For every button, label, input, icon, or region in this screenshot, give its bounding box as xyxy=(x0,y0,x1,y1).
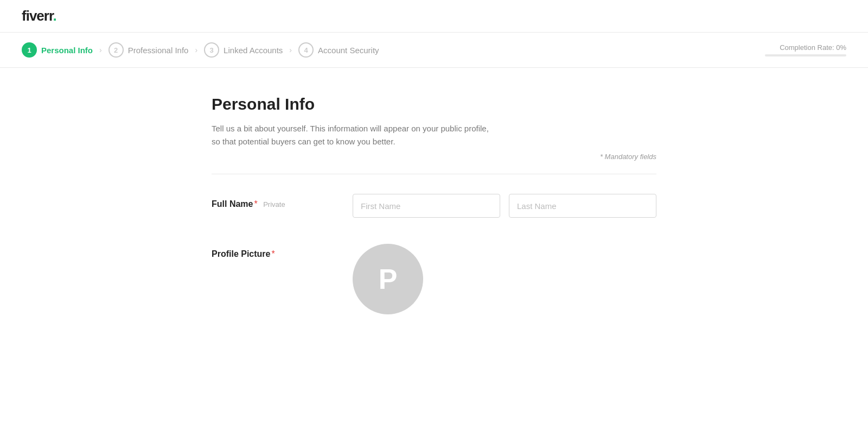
full-name-inputs xyxy=(353,194,656,218)
full-name-required-star: * xyxy=(254,199,257,208)
completion-bar-background xyxy=(765,54,846,56)
main-content: Personal Info Tell us a bit about yourse… xyxy=(190,68,678,368)
divider xyxy=(212,174,656,174)
profile-picture-row: Profile Picture* P xyxy=(212,244,656,314)
full-name-label-col: Full Name* Private xyxy=(212,194,353,209)
profile-picture-col: P xyxy=(353,244,423,314)
stepper-steps: 1 Personal Info › 2 Professional Info › … xyxy=(22,42,760,58)
step-2-number: 2 xyxy=(114,46,118,54)
step-4-label: Account Security xyxy=(318,46,379,55)
step-4-circle: 4 xyxy=(298,42,314,58)
profile-picture-required-star: * xyxy=(271,249,275,258)
step-2-circle: 2 xyxy=(108,42,124,58)
last-name-input[interactable] xyxy=(509,194,656,218)
full-name-row: Full Name* Private xyxy=(212,194,656,218)
arrow-2: › xyxy=(195,46,197,54)
step-3-number: 3 xyxy=(209,46,213,54)
step-1-number: 1 xyxy=(27,46,31,54)
completion-text: Completion Rate: 0% xyxy=(780,43,846,52)
arrow-3: › xyxy=(289,46,292,54)
step-1-label: Personal Info xyxy=(41,46,93,55)
first-name-input[interactable] xyxy=(353,194,500,218)
step-4-number: 4 xyxy=(304,46,308,54)
full-name-label: Full Name xyxy=(212,199,253,208)
profile-picture-label-col: Profile Picture* xyxy=(212,244,353,259)
logo-text: fiverr xyxy=(22,8,53,24)
arrow-1: › xyxy=(99,46,102,54)
step-3-label: Linked Accounts xyxy=(224,46,283,55)
step-1-circle: 1 xyxy=(22,42,37,58)
step-4[interactable]: 4 Account Security xyxy=(298,42,379,58)
step-2-label: Professional Info xyxy=(128,46,189,55)
step-3[interactable]: 3 Linked Accounts xyxy=(204,42,283,58)
logo-dot: . xyxy=(53,8,56,24)
stepper-nav: 1 Personal Info › 2 Professional Info › … xyxy=(0,33,868,68)
logo: fiverr. xyxy=(22,8,56,24)
step-3-circle: 3 xyxy=(204,42,219,58)
avatar[interactable]: P xyxy=(353,244,423,314)
avatar-letter: P xyxy=(379,263,398,295)
profile-picture-label: Profile Picture xyxy=(212,249,270,258)
page-title: Personal Info xyxy=(212,95,656,113)
full-name-private-note: Private xyxy=(263,200,285,208)
step-2[interactable]: 2 Professional Info xyxy=(108,42,189,58)
header: fiverr. xyxy=(0,0,868,33)
completion-rate: Completion Rate: 0% xyxy=(760,43,846,56)
page-description: Tell us a bit about yourself. This infor… xyxy=(212,122,494,148)
mandatory-note: * Mandatory fields xyxy=(212,153,656,161)
step-1[interactable]: 1 Personal Info xyxy=(22,42,93,58)
